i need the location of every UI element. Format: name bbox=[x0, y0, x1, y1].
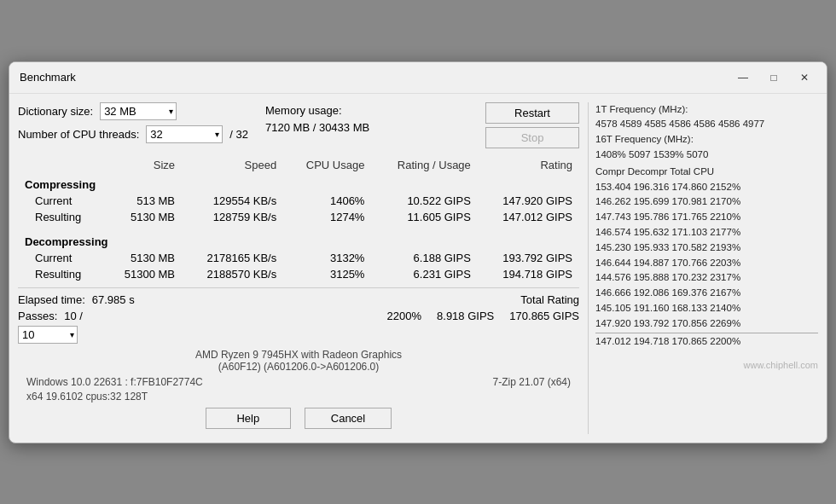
col-header-rating: Rating bbox=[478, 157, 579, 173]
decomp-current-rating: 193.792 GIPS bbox=[478, 250, 579, 266]
decomp-current-speed: 2178165 KB/s bbox=[182, 250, 283, 266]
right-panel-rows: 153.404 196.316 174.860 2152%146.262 195… bbox=[595, 180, 818, 332]
decomp-resulting-rating-usage: 6.231 GIPS bbox=[371, 266, 477, 282]
comp-current-cpu: 1406% bbox=[283, 193, 371, 209]
decomp-current-name: Current bbox=[18, 250, 103, 266]
right-panel-row: 147.743 195.786 171.765 2210% bbox=[595, 210, 818, 225]
col-header-size: Size bbox=[103, 157, 182, 173]
decomp-current-row: Current 5130 MB 2178165 KB/s 3132% 6.188… bbox=[18, 250, 579, 266]
benchmark-table: Size Speed CPU Usage Rating / Usage Rati… bbox=[18, 157, 579, 282]
cancel-button[interactable]: Cancel bbox=[305, 408, 392, 429]
maximize-button[interactable]: □ bbox=[762, 69, 786, 86]
comp-resulting-rating: 147.012 GIPS bbox=[478, 209, 579, 225]
cpu-threads-select-wrapper: 32 bbox=[146, 125, 223, 143]
col-headers: Compr Decompr Total CPU bbox=[595, 165, 818, 180]
passes-select-wrapper: 10 bbox=[18, 326, 294, 344]
decomp-resulting-size: 51300 MB bbox=[103, 266, 182, 282]
decomp-resulting-speed: 2188570 KB/s bbox=[182, 266, 283, 282]
restart-button[interactable]: Restart bbox=[485, 102, 579, 124]
decomp-resulting-row: Resulting 51300 MB 2188570 KB/s 3125% 6.… bbox=[18, 266, 579, 282]
top-controls: Dictionary size: 32 MB Number of CPU thr… bbox=[18, 102, 579, 148]
right-panel-row: 146.262 195.699 170.981 2170% bbox=[595, 194, 818, 210]
comp-resulting-speed: 128759 KB/s bbox=[182, 209, 283, 225]
comp-resulting-row: Resulting 5130 MB 128759 KB/s 1274% 11.6… bbox=[18, 209, 579, 225]
comp-current-speed: 129554 KB/s bbox=[182, 193, 283, 209]
freq-1t-values: 4578 4589 4585 4586 4586 4586 4977 bbox=[595, 117, 818, 132]
right-panel-row: 144.576 195.888 170.232 2317% bbox=[595, 270, 818, 286]
comp-resulting-size: 5130 MB bbox=[103, 209, 182, 225]
cpu-info: x64 19.6102 cpus:32 128T bbox=[26, 391, 148, 403]
decompressing-header-row: Decompressing bbox=[18, 230, 579, 250]
cpu-threads-label: Number of CPU threads: bbox=[18, 128, 139, 141]
footer: AMD Ryzen 9 7945HX with Radeon Graphics … bbox=[18, 344, 579, 434]
passes-select-container: 10 bbox=[18, 326, 78, 344]
dictionary-size-row: Dictionary size: 32 MB bbox=[18, 102, 248, 120]
decomp-current-cpu: 3132% bbox=[283, 250, 371, 266]
bottom-left: Elapsed time: 67.985 s Passes: 10 / bbox=[18, 293, 294, 344]
memory-usage-label: Memory usage: bbox=[265, 102, 369, 120]
total-rating-gips2: 170.865 GIPS bbox=[509, 310, 579, 322]
dictionary-size-select[interactable]: 32 MB bbox=[100, 102, 177, 120]
passes-value: 10 / bbox=[64, 310, 83, 322]
cpu-threads-suffix: / 32 bbox=[229, 128, 248, 141]
help-button[interactable]: Help bbox=[206, 408, 291, 429]
col-header-cpu: CPU Usage bbox=[283, 157, 371, 173]
decompressing-label: Decompressing bbox=[18, 230, 579, 250]
close-button[interactable]: ✕ bbox=[792, 69, 816, 86]
decomp-resulting-rating: 194.718 GIPS bbox=[478, 266, 579, 282]
main-content: Dictionary size: 32 MB Number of CPU thr… bbox=[9, 94, 827, 443]
comp-resulting-rating-usage: 11.605 GIPS bbox=[371, 209, 477, 225]
stop-button[interactable]: Stop bbox=[485, 127, 579, 148]
footer-cpu-line: x64 19.6102 cpus:32 128T bbox=[26, 391, 571, 403]
cpu-ids: (A60F12) (A601206.0->A601206.0) bbox=[218, 361, 379, 373]
left-panel: Dictionary size: 32 MB Number of CPU thr… bbox=[18, 102, 588, 434]
elapsed-row: Elapsed time: 67.985 s bbox=[18, 293, 294, 306]
window-controls: — □ ✕ bbox=[731, 69, 816, 86]
decomp-resulting-name: Resulting bbox=[18, 266, 103, 282]
zip-info: 7-Zip 21.07 (x64) bbox=[493, 376, 571, 388]
right-panel-row: 146.666 192.086 169.376 2167% bbox=[595, 286, 818, 301]
dictionary-size-select-wrapper: 32 MB bbox=[100, 102, 177, 120]
cpu-model-line: AMD Ryzen 9 7945HX with Radeon Graphics … bbox=[26, 349, 571, 373]
passes-label: Passes: bbox=[18, 310, 57, 322]
footer-info-line: Windows 10.0 22631 : f:7FB10F2774C 7-Zip… bbox=[26, 376, 571, 388]
minimize-button[interactable]: — bbox=[731, 69, 755, 86]
footer-buttons: Help Cancel bbox=[26, 408, 571, 429]
comp-resulting-cpu: 1274% bbox=[283, 209, 371, 225]
comp-resulting-name: Resulting bbox=[18, 209, 103, 225]
passes-item: Passes: 10 / bbox=[18, 310, 83, 322]
elapsed-value: 67.985 s bbox=[92, 293, 135, 306]
right-panel-row: 146.644 194.887 170.766 2203% bbox=[595, 256, 818, 271]
action-buttons: Restart Stop bbox=[485, 102, 579, 148]
bottom-section: Elapsed time: 67.985 s Passes: 10 / bbox=[18, 287, 579, 344]
right-panel-row: 146.574 195.632 171.103 2177% bbox=[595, 225, 818, 240]
passes-row: Passes: 10 / bbox=[18, 310, 294, 322]
right-panel-row: 145.105 191.160 168.133 2140% bbox=[595, 301, 818, 316]
chiphell-watermark: www.chiphell.com bbox=[595, 358, 818, 373]
cpu-threads-select[interactable]: 32 bbox=[146, 125, 223, 143]
freq-16t-values: 1408% 5097 1539% 5070 bbox=[595, 148, 818, 163]
comp-current-size: 513 MB bbox=[103, 193, 182, 209]
elapsed-label: Elapsed time: bbox=[18, 293, 85, 306]
cpu-threads-row: Number of CPU threads: 32 / 32 bbox=[18, 125, 248, 143]
cpu-model: AMD Ryzen 9 7945HX with Radeon Graphics bbox=[195, 349, 402, 361]
compressing-label: Compressing bbox=[18, 173, 579, 193]
decomp-current-rating-usage: 6.188 GIPS bbox=[371, 250, 477, 266]
bottom-right: Total Rating 2200% 8.918 GIPS 170.865 GI… bbox=[303, 293, 579, 344]
right-panel-divider bbox=[595, 333, 818, 333]
passes-select[interactable]: 10 bbox=[18, 326, 78, 344]
comp-current-rating-usage: 10.522 GIPS bbox=[371, 193, 477, 209]
right-panel-row: 153.404 196.316 174.860 2152% bbox=[595, 180, 818, 195]
dictionary-size-label: Dictionary size: bbox=[18, 105, 93, 118]
windows-info: Windows 10.0 22631 : f:7FB10F2774C bbox=[26, 376, 203, 388]
right-panel-row: 145.230 195.933 170.582 2193% bbox=[595, 240, 818, 256]
total-rating-percent: 2200% 8.918 GIPS 170.865 GIPS bbox=[303, 310, 579, 322]
elapsed-time-item: Elapsed time: 67.985 s bbox=[18, 293, 135, 306]
decomp-current-size: 5130 MB bbox=[103, 250, 182, 266]
col-header-rating-usage: Rating / Usage bbox=[371, 157, 477, 173]
memory-usage-value: 7120 MB / 30433 MB bbox=[265, 119, 369, 137]
comp-current-rating: 147.920 GIPS bbox=[478, 193, 579, 209]
comp-current-name: Current bbox=[18, 193, 103, 209]
comp-current-row: Current 513 MB 129554 KB/s 1406% 10.522 … bbox=[18, 193, 579, 209]
freq-16t-label: 16T Frequency (MHz): bbox=[595, 132, 818, 148]
